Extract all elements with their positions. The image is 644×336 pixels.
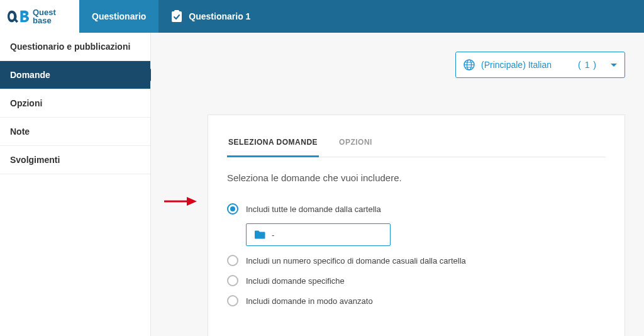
tab-opzioni[interactable]: OPZIONI [338, 133, 374, 157]
svg-marker-8 [187, 197, 197, 206]
radio-label: Includi domande specifiche [246, 276, 345, 286]
radio-icon [227, 295, 238, 306]
sidebar-item-opzioni[interactable]: Opzioni [0, 89, 150, 118]
radio-icon [227, 275, 238, 286]
inner-tab-label: OPZIONI [339, 138, 372, 147]
radio-modo-avanzato[interactable]: Includi domande in modo avanzato [227, 295, 606, 306]
sidebar-item-svolgimenti[interactable]: Svolgimenti [0, 146, 150, 174]
tab-label: Questionario [92, 11, 146, 21]
logo-text: Quest base [33, 8, 56, 25]
main-content: (Principale) Italian ( 1 ) SELEZIONA DOM… [151, 33, 644, 336]
app-header: Quest base Questionario Questionario 1 [0, 0, 644, 33]
radio-domande-specifiche[interactable]: Includi domande specifiche [227, 275, 606, 286]
arrow-indicator-icon [163, 196, 197, 207]
language-count: ( 1 ) [578, 60, 597, 70]
sidebar-item-label: Opzioni [10, 98, 42, 108]
sidebar-item-note[interactable]: Note [0, 118, 150, 146]
folder-value: - [272, 230, 274, 240]
tab-seleziona-domande[interactable]: SELEZIONA DOMANDE [227, 133, 319, 157]
radio-label: Includi un numero specifico di domande c… [246, 256, 466, 266]
globe-icon [464, 59, 475, 70]
sidebar: Questionario e pubblicazioni Domande Opz… [0, 33, 151, 336]
sidebar-item-label: Note [10, 126, 30, 137]
sidebar-item-domande[interactable]: Domande [0, 61, 150, 89]
sidebar-item-label: Questionario e pubblicazioni [10, 42, 130, 52]
folder-icon [254, 230, 265, 239]
sidebar-item-label: Svolgimenti [10, 155, 60, 165]
language-dropdown[interactable]: (Principale) Italian ( 1 ) [455, 52, 625, 78]
sidebar-item-questionario-pubblicazioni[interactable]: Questionario e pubblicazioni [0, 33, 150, 61]
clipboard-check-icon [171, 10, 182, 23]
radio-label: Includi tutte le domande dalla cartella [246, 204, 381, 214]
content-panel: SELEZIONA DOMANDE OPZIONI Seleziona le d… [208, 115, 625, 336]
svg-rect-1 [174, 10, 179, 13]
panel-tabs: SELEZIONA DOMANDE OPZIONI [227, 133, 606, 157]
radio-numero-specifico[interactable]: Includi un numero specifico di domande c… [227, 255, 606, 266]
caret-down-icon [611, 64, 617, 67]
language-label: (Principale) Italian [481, 60, 552, 70]
tab-questionario[interactable]: Questionario [79, 0, 158, 33]
tab-questionario-1[interactable]: Questionario 1 [158, 0, 263, 33]
instruction-text: Seleziona le domande che vuoi includere. [227, 172, 606, 183]
inner-tab-label: SELEZIONA DOMANDE [228, 138, 318, 147]
sidebar-item-label: Domande [10, 70, 50, 80]
radio-label: Includi domande in modo avanzato [246, 296, 373, 306]
include-options-group: Includi tutte le domande dalla cartella … [227, 203, 606, 306]
radio-icon [227, 255, 238, 266]
radio-includi-tutte[interactable]: Includi tutte le domande dalla cartella [227, 203, 606, 215]
logo[interactable]: Quest base [0, 0, 79, 33]
svg-rect-0 [172, 11, 182, 22]
radio-icon [227, 203, 238, 215]
folder-select[interactable]: - [246, 223, 391, 246]
logo-icon [8, 8, 29, 25]
tab-label: Questionario 1 [189, 11, 250, 21]
